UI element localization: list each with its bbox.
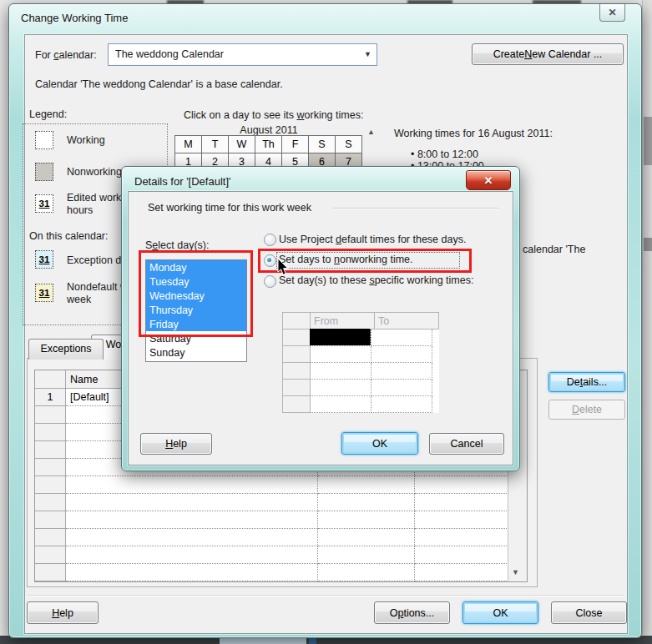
legend-on-this-calendar-label: On this calendar: [29, 230, 109, 242]
based-on-fragment: calendar 'The [523, 244, 585, 255]
scroll-down-icon[interactable]: ▼ [512, 568, 519, 576]
table-row [35, 476, 527, 494]
calendar-header-cell: S [336, 136, 362, 153]
details-button[interactable]: Details... [548, 372, 625, 392]
selected-grid-cell[interactable] [310, 329, 371, 345]
grid-row [283, 346, 439, 363]
table-row [35, 511, 527, 529]
calendar-dropdown[interactable]: The weddong Calendar ▼ [108, 43, 377, 66]
tab-exceptions[interactable]: Exceptions [28, 339, 104, 360]
calendar-header-cell: M [175, 136, 202, 153]
legend-exception-swatch: 31 [35, 250, 53, 269]
legend-nonworking-label: Nonworking [67, 166, 122, 178]
chevron-down-icon[interactable]: ▼ [364, 50, 371, 58]
details-dialog: Details for '[Default]' ✕ Set working ti… [121, 166, 520, 471]
radio-specific-times[interactable] [264, 275, 276, 288]
working-times-title: Working times for 16 August 2011: [394, 128, 553, 139]
background-window-fragment [309, 637, 316, 644]
close-icon[interactable]: ✕ [599, 4, 625, 22]
legend-edited-swatch: 31 [35, 194, 53, 213]
close-icon[interactable]: ✕ [466, 170, 511, 190]
delete-button[interactable]: Delete [548, 400, 625, 420]
working-times-grid: From To [282, 312, 439, 413]
calendar-header-row: M T W Th F S S [175, 136, 362, 153]
legend-nondefault-swatch: 31 [35, 284, 53, 302]
for-calendar-label: For calendar: [35, 49, 97, 61]
table-row [35, 564, 527, 581]
click-day-label: Click on a day to see its working times: [184, 109, 363, 121]
from-column-header: From [311, 313, 375, 330]
background-window-fragment [642, 0, 652, 644]
base-calendar-note: Calendar 'The weddong Calendar' is a bas… [35, 78, 283, 90]
list-item[interactable]: Sunday [146, 345, 246, 360]
legend-title: Legend: [29, 108, 67, 120]
dialog-title: Change Working Time [21, 12, 128, 24]
calendar-scroll-up-icon[interactable]: ▲ [367, 128, 375, 136]
legend-working-swatch [35, 131, 53, 149]
background-window-fragment [644, 117, 652, 165]
group-box-label: Set working time for this work week [145, 202, 314, 214]
legend-nonworking-swatch [35, 163, 53, 181]
cancel-button[interactable]: Cancel [429, 433, 504, 455]
mouse-cursor-icon [277, 259, 291, 277]
group-box-line [333, 208, 498, 209]
screen: Change Working Time ✕ For calendar: The … [0, 0, 652, 644]
calendar-header-cell: W [229, 136, 255, 153]
details-dialog-title: Details for '[Default]' [134, 175, 231, 188]
select-days-label: Select day(s): [145, 239, 209, 251]
details-client-area: Set working time for this work week Sele… [128, 191, 513, 465]
footer-separator [27, 595, 624, 596]
radio-use-default-label: Use Project default times for these days… [279, 234, 466, 245]
options-button[interactable]: Options... [374, 601, 450, 624]
close-button[interactable]: Close [551, 601, 627, 624]
radio-specific-times-label: Set day(s) to these specific working tim… [279, 274, 473, 286]
calendar-header-cell: Th [255, 136, 282, 153]
background-window-fragment [220, 637, 306, 644]
calendar-month-label: August 2011 [174, 124, 363, 136]
background-window-fragment [644, 238, 652, 251]
row-number-cell[interactable]: 1 [35, 389, 66, 406]
grid-row [283, 396, 439, 413]
annotation-rectangle [139, 250, 253, 337]
ok-button[interactable]: OK [341, 432, 418, 455]
table-row [35, 529, 527, 546]
calendar-dropdown-value: The weddong Calendar [115, 48, 224, 60]
create-new-calendar-button[interactable]: Create New Calendar ... [472, 43, 624, 65]
calendar-header-cell: S [309, 136, 336, 153]
radio-use-default[interactable] [264, 234, 276, 246]
working-times-line1: • 8:00 to 12:00 [411, 148, 478, 160]
grid-header-row: From To [283, 313, 439, 330]
legend-working-label: Working [67, 134, 105, 146]
calendar-header-cell: F [282, 136, 309, 153]
help-button[interactable]: Help [27, 601, 99, 624]
ok-button[interactable]: OK [462, 601, 538, 624]
to-column-header: To [375, 313, 439, 330]
grid-row [283, 380, 439, 396]
help-button[interactable]: Help [140, 433, 212, 455]
table-row [35, 494, 527, 511]
grid-row [283, 363, 439, 380]
table-row [35, 546, 527, 564]
calendar-header-cell: T [202, 136, 229, 153]
